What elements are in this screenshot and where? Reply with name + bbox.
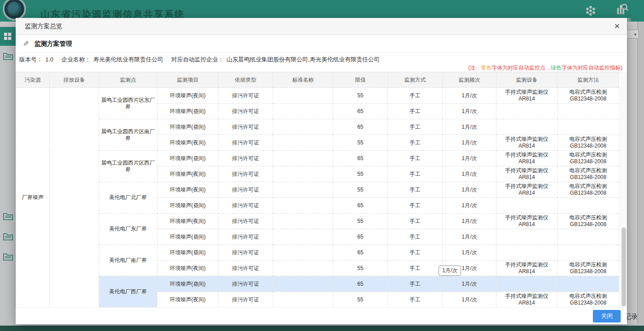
- detection-method-cell: 电容式声压检测 GB12348-2008: [557, 182, 619, 198]
- monitor-frequency-cell: 1月/次: [443, 182, 496, 198]
- column-header: 监测频次: [443, 72, 496, 88]
- standard-name-cell: [273, 104, 333, 119]
- pen-icon: ✎: [23, 39, 29, 48]
- monitor-point-cell: 美伦电厂东厂界: [99, 213, 157, 245]
- note-prefix: (注：: [468, 65, 481, 71]
- monitor-item-cell: 环境噪声(昼间): [157, 229, 218, 245]
- limit-value-cell: 65: [333, 151, 388, 166]
- monitor-frequency-cell: 1月/次: [443, 135, 496, 151]
- monitor-item-cell: 环境噪声(夜间): [157, 182, 218, 198]
- limit-value-cell: 65: [333, 229, 388, 245]
- monitoring-plan-table: 污染源排放设备监测点监测项目依据类型标准名称限值监测方式监测频次监测设备监测方法…: [16, 72, 619, 308]
- basis-type-cell: 排污许可证: [218, 182, 273, 198]
- column-header: 限值: [333, 72, 388, 88]
- close-button[interactable]: 关闭: [593, 310, 621, 322]
- section-title: 监测方案管理: [34, 40, 72, 48]
- monitor-device-cell: [496, 119, 557, 135]
- monitor-item-cell: 环境噪声(夜间): [157, 261, 218, 276]
- monitor-device-cell: [496, 229, 557, 245]
- column-header: 污染源: [16, 72, 50, 88]
- limit-value-cell: 55: [333, 261, 388, 276]
- modal-footer: 关闭: [16, 307, 627, 324]
- table-row[interactable]: 晨鸣工业园西片区南厂界环境噪声(昼间)排污许可证65手工1月/次: [16, 119, 619, 135]
- monitor-item-cell: 环境噪声(夜间): [157, 88, 218, 104]
- detection-method-cell: 电容式声压检测 GB12348-2008: [557, 166, 619, 182]
- detection-method-cell: 电容式声压检测 GB12348-2008: [557, 88, 619, 104]
- pollution-source-cell: 厂界噪声: [16, 88, 50, 308]
- table-row[interactable]: 美伦电厂东厂界环境噪声(夜间)排污许可证55手工1月/次手持式噪声监测仪 AR8…: [16, 213, 619, 229]
- note-green-desc: 字体为对应自动监控指标): [561, 65, 622, 71]
- section-bar: ✎ 监测方案管理: [16, 35, 627, 53]
- basis-type-cell: 排污许可证: [218, 119, 273, 135]
- column-header: 依据类型: [218, 72, 273, 88]
- monitor-method-cell: 手工: [388, 104, 443, 119]
- column-header: 监测点: [99, 72, 157, 88]
- monitor-device-cell: 手持式噪声监测仪 AR814: [496, 166, 557, 182]
- detection-method-cell: [557, 119, 619, 135]
- standard-name-cell: [273, 166, 333, 182]
- monitor-method-cell: 手工: [388, 88, 443, 104]
- monitor-frequency-cell: 1月/次: [443, 119, 496, 135]
- modal-title: 监测方案总览: [16, 18, 627, 35]
- detection-method-cell: [557, 198, 619, 213]
- detection-method-cell: [557, 276, 619, 292]
- monitor-device-cell: 手持式噪声监测仪 AR814: [496, 213, 557, 229]
- note-yellow-word: 黄色: [481, 65, 492, 71]
- monitor-method-cell: 手工: [388, 276, 443, 292]
- detection-method-cell: 电容式声压检测 GB12348-2008: [557, 135, 619, 151]
- monitor-frequency-cell: 1月/次: [443, 229, 496, 245]
- column-header: 监测项目: [157, 72, 218, 88]
- table-row[interactable]: 晨鸣工业园西片区西厂界环境噪声(昼间)排污许可证65手工1月/次手持式噪声监测仪…: [16, 151, 619, 166]
- standard-name-cell: [273, 182, 333, 198]
- monitor-point-cell: 美伦电厂南厂界: [99, 245, 157, 276]
- monitor-frequency-cell: 1月/次: [443, 104, 496, 119]
- table-row[interactable]: 美伦电厂西厂界环境噪声(昼间)排污许可证65手工1月/次: [16, 276, 619, 292]
- table-scrollbar[interactable]: [621, 72, 627, 307]
- monitor-frequency-cell: 1月/次: [443, 213, 496, 229]
- basis-type-cell: 排污许可证: [218, 276, 273, 292]
- note-green-word: 绿色: [551, 65, 561, 71]
- monitor-point-cell: 晨鸣工业园西片区西厂界: [99, 151, 157, 182]
- version-value: 1.0: [45, 56, 53, 63]
- detection-method-cell: 电容式声压检测 GB12348-2008: [557, 292, 619, 308]
- table-row[interactable]: 厂界噪声晨鸣工业园西片区东厂界环境噪声(夜间)排污许可证55手工1月/次手持式噪…: [16, 88, 619, 104]
- monitor-frequency-cell: 1月/次: [443, 166, 496, 182]
- monitor-method-cell: 手工: [388, 182, 443, 198]
- limit-value-cell: 55: [333, 182, 388, 198]
- limit-value-cell: 55: [333, 213, 388, 229]
- monitor-device-cell: [496, 198, 557, 213]
- legend-note: (注：黄色字体为对应自动监控点，绿色字体为对应自动监控指标): [16, 65, 627, 72]
- table-header-row: 污染源排放设备监测点监测项目依据类型标准名称限值监测方式监测频次监测设备监测方法: [16, 72, 619, 88]
- monitor-item-cell: 环境噪声(昼间): [157, 151, 218, 166]
- limit-value-cell: 65: [333, 276, 388, 292]
- table-row[interactable]: 美伦电厂北厂界环境噪声(夜间)排污许可证55手工1月/次手持式噪声监测仪 AR8…: [16, 182, 619, 198]
- column-header: 标准名称: [273, 72, 333, 88]
- plan-info-row: 版本号：1.0企业名称：寿光美伦纸业有限责任公司对应自动监控企业：山东晨鸣纸业集…: [16, 53, 627, 65]
- monitor-item-cell: 环境噪声(昼间): [157, 276, 218, 292]
- detection-method-cell: [557, 245, 619, 261]
- table-row[interactable]: 美伦电厂南厂界环境噪声(昼间)排污许可证65手工1月/次: [16, 245, 619, 261]
- scrollbar-thumb[interactable]: [622, 227, 626, 306]
- close-icon[interactable]: ×: [614, 21, 620, 31]
- monitor-item-cell: 环境噪声(夜间): [157, 166, 218, 182]
- standard-name-cell: [273, 198, 333, 213]
- frequency-tooltip: 1月/次: [439, 266, 461, 276]
- standard-name-cell: [273, 229, 333, 245]
- basis-type-cell: 排污许可证: [218, 292, 273, 308]
- standard-name-cell: [273, 245, 333, 261]
- detection-method-cell: 电容式声压检测 GB12348-2008: [557, 151, 619, 166]
- basis-type-cell: 排污许可证: [218, 88, 273, 104]
- monitor-frequency-cell: 1月/次: [443, 276, 496, 292]
- limit-value-cell: 65: [333, 245, 388, 261]
- auto-company-label: 对应自动监控企业：: [171, 56, 224, 63]
- version-label: 版本号：: [19, 56, 43, 63]
- monitor-frequency-cell: 1月/次: [443, 151, 496, 166]
- monitor-item-cell: 环境噪声(昼间): [157, 104, 218, 119]
- standard-name-cell: [273, 261, 333, 276]
- detection-method-cell: 电容式声压检测 GB12348-2008: [557, 213, 619, 229]
- basis-type-cell: 排污许可证: [218, 213, 273, 229]
- discharge-device-cell: [50, 88, 99, 308]
- standard-name-cell: [273, 88, 333, 104]
- monitor-item-cell: 环境噪声(夜间): [157, 213, 218, 229]
- standard-name-cell: [273, 151, 333, 166]
